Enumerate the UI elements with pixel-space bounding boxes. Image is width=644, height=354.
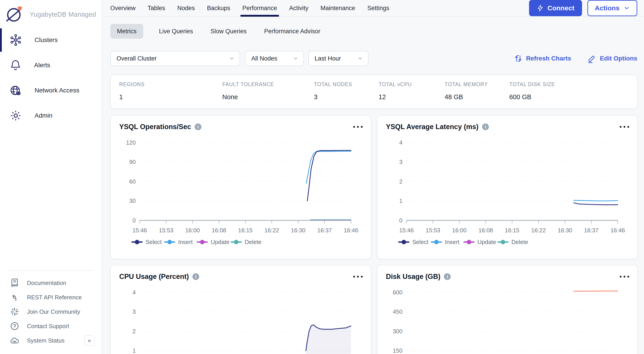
performance-subtabs: Metrics Live Queries Slow Queries Perfor… — [102, 24, 644, 39]
svg-text:2: 2 — [399, 178, 402, 185]
slack-icon — [10, 307, 19, 316]
lightning-icon — [537, 5, 544, 12]
sidebar-collapse-button[interactable]: « — [84, 335, 94, 346]
tab-backups[interactable]: Backups — [207, 0, 230, 16]
globe-gear-icon — [10, 84, 22, 97]
stat-total-disk-size: TOTAL DISK SIZE 600 GB — [509, 81, 637, 101]
stat-label: TOTAL vCPU — [378, 81, 444, 87]
nodes-value: All Nodes — [251, 55, 277, 62]
sidebar-nav: Clusters Alerts — [0, 28, 102, 128]
chart-menu-button[interactable] — [619, 124, 630, 129]
info-icon: i — [192, 273, 199, 280]
svg-text:16:00: 16:00 — [185, 227, 200, 233]
edit-options-button[interactable]: Edit Options — [588, 54, 637, 63]
help-circle-icon — [10, 321, 19, 331]
sidebar-item-admin[interactable]: Admin — [0, 103, 102, 128]
svg-text:150: 150 — [393, 347, 402, 354]
sidebar-item-documentation[interactable]: Documentation — [0, 276, 102, 290]
chart-title: YSQL Average Latency (ms) — [386, 123, 478, 131]
chart-title: YSQL Operations/Sec — [119, 123, 191, 131]
subtab-metrics[interactable]: Metrics — [110, 24, 143, 39]
svg-text:600: 600 — [393, 289, 402, 295]
svg-text:4: 4 — [399, 139, 402, 146]
tab-activity[interactable]: Activity — [289, 0, 308, 16]
svg-text:1: 1 — [399, 198, 402, 204]
main-content: Overview Tables Nodes Backups Performanc… — [102, 0, 644, 354]
stat-label: REGIONS — [119, 81, 222, 87]
actions-button[interactable]: Actions — [588, 0, 637, 16]
sidebar-item-network-access[interactable]: Network Access — [0, 78, 102, 103]
footer-item-label: Contact Support — [27, 323, 69, 330]
stat-total-nodes: TOTAL NODES 3 — [314, 81, 378, 101]
subtab-performance-advisor[interactable]: Performance Advisor — [262, 28, 322, 35]
svg-text:15:46: 15:46 — [399, 227, 414, 233]
footer-item-label: Documentation — [27, 280, 66, 286]
yugabytedb-logo-icon — [4, 6, 24, 23]
svg-text:Delete: Delete — [511, 239, 528, 245]
svg-text:16:15: 16:15 — [238, 227, 252, 233]
app-root: YugabyteDB Managed Clusters — [0, 0, 644, 354]
sidebar-item-label: Network Access — [34, 87, 79, 94]
svg-text:30: 30 — [129, 198, 136, 204]
time-range-select[interactable]: Last Hour — [308, 51, 368, 66]
svg-text:16:00: 16:00 — [452, 227, 466, 233]
sidebar-item-system-status[interactable]: System Status « — [0, 333, 102, 348]
stat-value: 600 GB — [509, 93, 637, 101]
chevron-down-icon — [357, 56, 363, 61]
stat-fault-tolerance: FAULT TOLERANCE None — [222, 81, 314, 101]
cluster-tabbar: Overview Tables Nodes Backups Performanc… — [102, 0, 644, 17]
chart-header: YSQL Average Latency (ms) i — [378, 116, 638, 131]
svg-text:16:15: 16:15 — [505, 227, 520, 233]
tab-tables[interactable]: Tables — [148, 0, 165, 16]
sidebar-item-contact-support[interactable]: Contact Support — [0, 319, 102, 333]
svg-text:Insert: Insert — [445, 239, 460, 245]
tab-overview[interactable]: Overview — [110, 0, 136, 16]
svg-text:Select: Select — [412, 239, 428, 245]
subtab-slow-queries[interactable]: Slow Queries — [209, 28, 248, 35]
tab-performance[interactable]: Performance — [242, 0, 277, 16]
sidebar-item-alerts[interactable]: Alerts — [0, 53, 102, 78]
bell-icon — [10, 59, 22, 71]
svg-text:4: 4 — [132, 289, 136, 295]
tab-maintenance[interactable]: Maintenance — [320, 0, 355, 16]
svg-text:60: 60 — [129, 178, 136, 185]
svg-text:15:46: 15:46 — [132, 227, 147, 233]
book-icon — [10, 278, 19, 288]
disk-usage-chart: 015030045060015:4615:5316:0016:0816:1516… — [378, 281, 638, 354]
pencil-icon — [588, 54, 596, 63]
charts-grid: YSQL Operations/Sec i 030609012015:4615:… — [110, 115, 638, 354]
connect-button[interactable]: Connect — [529, 0, 582, 16]
refresh-charts-button[interactable]: Refresh Charts — [514, 54, 571, 63]
cloud-status-icon — [10, 336, 19, 345]
sidebar-item-rest-api-reference[interactable]: REST API Reference — [0, 290, 102, 304]
cluster-scope-select[interactable]: Overall Cluster — [110, 51, 240, 66]
subtab-live-queries[interactable]: Live Queries — [157, 28, 195, 35]
nodes-select[interactable]: All Nodes — [245, 51, 304, 66]
ysql-operations-chart: 030609012015:4615:5316:0016:0816:1516:22… — [111, 131, 371, 258]
svg-text:3: 3 — [399, 159, 402, 165]
sidebar-item-clusters[interactable]: Clusters — [0, 28, 102, 53]
footer-item-label: REST API Reference — [27, 294, 82, 301]
cluster-stats-card: REGIONS 1 FAULT TOLERANCE None TOTAL NOD… — [110, 75, 638, 109]
stat-value: 3 — [314, 93, 378, 101]
ysql-latency-card: YSQL Average Latency (ms) i 0123415:4615… — [377, 115, 638, 259]
tab-nodes[interactable]: Nodes — [178, 0, 195, 16]
sidebar-item-join-our-community[interactable]: Join Our Community — [0, 304, 102, 319]
tab-settings[interactable]: Settings — [367, 0, 389, 16]
stat-label: TOTAL MEMORY — [444, 81, 509, 87]
svg-text:90: 90 — [129, 159, 136, 165]
chart-menu-button[interactable] — [353, 124, 363, 129]
svg-text:Delete: Delete — [245, 239, 262, 245]
actions-label: Actions — [595, 4, 620, 12]
chart-header: Disk Usage (GB) i — [378, 265, 638, 281]
chart-menu-button[interactable] — [619, 274, 630, 279]
filter-links: Refresh Charts Edit Options — [514, 54, 637, 63]
stat-total-memory: TOTAL MEMORY 48 GB — [444, 81, 509, 101]
svg-text:450: 450 — [393, 309, 402, 315]
chart-menu-button[interactable] — [353, 274, 363, 279]
stat-total-vcpu: TOTAL vCPU 12 — [378, 81, 444, 101]
svg-text:Insert: Insert — [178, 239, 193, 245]
svg-text:Update: Update — [478, 239, 496, 245]
svg-text:2: 2 — [132, 328, 136, 334]
chart-title: Disk Usage (GB) — [386, 273, 440, 281]
